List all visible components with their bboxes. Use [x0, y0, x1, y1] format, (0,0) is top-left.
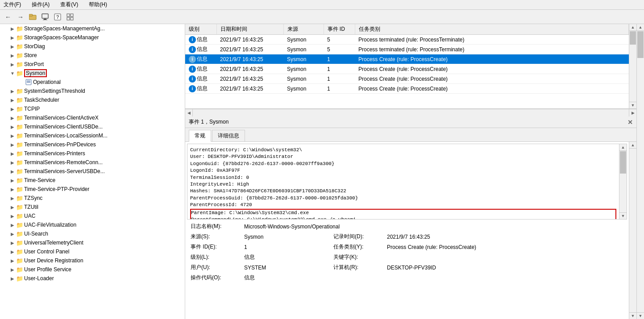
open-button[interactable] — [28, 12, 38, 22]
expand-icon: ▶ — [9, 230, 16, 237]
sidebar-label: StorDiag — [24, 43, 45, 50]
sidebar-item-storport[interactable]: ▶ 📁 StorPort — [0, 60, 185, 69]
sidebar-item-taskscheduler[interactable]: ▶ 📁 TaskScheduler — [0, 95, 185, 104]
sidebar-item-ts-localsession[interactable]: ▶ 📁 TerminalServices-LocalSessionM... — [0, 131, 185, 140]
detail-scrollbar-thumb[interactable] — [620, 151, 626, 174]
info-label: 关键字(K): — [332, 252, 385, 262]
col-datetime[interactable]: 日期和时间 — [216, 24, 283, 35]
sidebar-item-universaltelemetry[interactable]: ▶ 📁 UniversalTelemetryClient — [0, 238, 185, 247]
sidebar-item-usercontrolpanel[interactable]: ▶ 📁 User Control Panel — [0, 247, 185, 256]
folder-icon: 📁 — [16, 141, 23, 148]
table-row[interactable]: i信息 2021/9/7 16:43:25 Sysmon 5 Process t… — [185, 35, 629, 45]
id-cell: 5 — [324, 45, 355, 54]
id-cell: 1 — [324, 54, 355, 64]
expand-icon: ▶ — [9, 150, 16, 157]
sidebar-item-uac-filevirt[interactable]: ▶ 📁 UAC-FileVirtualization — [0, 220, 185, 229]
col-id[interactable]: 事件 ID — [324, 24, 355, 35]
info-label: 操作代码(O): — [189, 273, 242, 283]
close-button[interactable]: ✕ — [627, 119, 633, 126]
col-level[interactable]: 级别 — [185, 24, 216, 35]
sidebar-item-userprofileservice[interactable]: ▶ 📁 User Profile Service — [0, 265, 185, 274]
sidebar-item-userdevicereg[interactable]: ▶ 📁 User Device Registration — [0, 256, 185, 265]
menu-file[interactable]: 文件(F) — [2, 0, 23, 9]
right-panel: 级别 日期和时间 来源 事件 ID 任务类别 i信息 2021/9/7 16:4… — [185, 24, 636, 319]
computer-button[interactable] — [40, 12, 51, 22]
sidebar-item-operational[interactable]: Operational — [0, 78, 185, 87]
menu-action[interactable]: 操作(A) — [30, 0, 51, 9]
info-label: 来源(S): — [189, 232, 242, 242]
sidebar-item-ui-search[interactable]: ▶ 📁 UI-Search — [0, 229, 185, 238]
sidebar-item-tzsync[interactable]: ▶ 📁 TZSync — [0, 194, 185, 203]
table-row[interactable]: i信息 2021/9/7 16:43:25 Sysmon 1 Process C… — [185, 84, 629, 94]
expand-icon: ▶ — [9, 96, 16, 104]
sidebar-item-timeservice-ptp[interactable]: ▶ 📁 Time-Service-PTP-Provider — [0, 185, 185, 194]
sidebar-item-userloader[interactable]: ▶ 📁 User-Loader — [0, 274, 185, 283]
col-source[interactable]: 来源 — [283, 24, 324, 35]
menu-bar: 文件(F) 操作(A) 查看(V) 帮助(H) — [0, 0, 644, 10]
view-button[interactable] — [65, 12, 76, 22]
menu-help[interactable]: 帮助(H) — [87, 0, 109, 9]
info-value — [385, 252, 625, 262]
detail-vscrollbar[interactable]: ▲ ▼ — [619, 144, 627, 219]
back-button[interactable]: ← — [3, 12, 13, 22]
table-row[interactable]: i信息 2021/9/7 16:43:25 Sysmon 1 Process C… — [185, 54, 629, 64]
expand-icon: ▶ — [9, 34, 16, 41]
table-row[interactable]: i信息 2021/9/7 16:43:25 Sysmon 1 Process C… — [185, 74, 629, 84]
info-row: 来源(S): Sysmon 记录时间(D): 2021/9/7 16:43:25 — [189, 232, 625, 242]
sidebar-label: StorPort — [24, 61, 44, 67]
scrollbar-thumb[interactable] — [630, 31, 636, 45]
folder-icon: 📁 — [16, 266, 23, 273]
expand-icon: ▶ — [9, 141, 16, 148]
sidebar-item-ts-clientusb[interactable]: ▶ 📁 TerminalServices-ClientUSBDe... — [0, 122, 185, 131]
menu-view[interactable]: 查看(V) — [58, 0, 80, 9]
sidebar-item-storagemanagement[interactable]: ▶ 📁 StorageSpaces-ManagementAg... — [0, 24, 185, 33]
main-scrollbar[interactable]: ▲ ▼ — [636, 24, 644, 319]
folder-icon: 📁 — [16, 239, 23, 246]
level-text: 信息 — [197, 85, 208, 92]
datetime-cell: 2021/9/7 16:43:25 — [216, 54, 283, 64]
sidebar-item-storagespacemanager[interactable]: ▶ 📁 StorageSpaces-SpaceManager — [0, 33, 185, 42]
table-row[interactable]: i信息 2021/9/7 16:43:25 Sysmon 5 Process t… — [185, 45, 629, 54]
tab-details[interactable]: 详细信息 — [212, 130, 245, 141]
main-scrollbar-thumb[interactable] — [637, 31, 644, 58]
info-row: 用户(U): SYSTEM 计算机(R): DESKTOP-PFV39ID — [189, 262, 625, 273]
event-text-area[interactable]: CurrentDirectory: C:\Windows\system32\ U… — [187, 144, 619, 219]
sidebar-item-sysmon[interactable]: ▼ 📁 Sysmon — [0, 69, 185, 78]
sidebar-label: Sysmon — [24, 69, 47, 77]
table-scrollbar[interactable]: ▲ ▼ — [629, 24, 636, 108]
sidebar-item-ts-serverusb[interactable]: ▶ 📁 TerminalServices-ServerUSBDe... — [0, 167, 185, 176]
tab-general[interactable]: 常规 — [189, 130, 211, 142]
sidebar-item-ts-clientactivex[interactable]: ▶ 📁 TerminalServices-ClientActiveX — [0, 113, 185, 122]
outer-scrollbar[interactable]: ▲ ▼ — [629, 142, 636, 319]
detail-panel: 事件 1，Sysmon ✕ 常规 详细信息 CurrentDirectory: … — [185, 116, 636, 319]
table-row[interactable]: i信息 2021/9/7 16:43:25 Sysmon 1 Process C… — [185, 64, 629, 74]
sidebar-label: Operational — [33, 79, 61, 85]
sidebar-item-ts-pnpdevices[interactable]: ▶ 📁 TerminalServices-PnPDevices — [0, 140, 185, 149]
detail-tabs: 常规 详细信息 — [185, 128, 636, 142]
sidebar-item-systemsettings[interactable]: ▶ 📁 SystemSettingsThreshold — [0, 87, 185, 95]
sidebar-item-tzutil[interactable]: ▶ 📁 TZUtil — [0, 203, 185, 211]
sidebar-item-ts-remoteconn[interactable]: ▶ 📁 TerminalServices-RemoteConn... — [0, 158, 185, 167]
folder-icon: 📁 — [16, 70, 23, 77]
sidebar-label: UI-Search — [24, 231, 48, 237]
sidebar-item-ts-printers[interactable]: ▶ 📁 TerminalServices-Printers — [0, 149, 185, 158]
sidebar-item-stordiag[interactable]: ▶ 📁 StorDiag — [0, 42, 185, 51]
expand-icon: ▶ — [9, 203, 16, 211]
help-button[interactable]: ? — [53, 12, 63, 22]
event-table-container[interactable]: 级别 日期和时间 来源 事件 ID 任务类别 i信息 2021/9/7 16:4… — [185, 24, 636, 109]
sidebar-item-tcpip[interactable]: ▶ 📁 TCPIP — [0, 104, 185, 113]
forward-button[interactable]: → — [15, 12, 26, 22]
info-value: 1 — [242, 242, 332, 252]
folder-icon: 📁 — [16, 221, 23, 228]
svg-rect-11 — [26, 79, 31, 85]
col-task[interactable]: 任务类别 — [355, 24, 629, 35]
sidebar-label: TerminalServices-LocalSessionM... — [24, 133, 108, 139]
sidebar-item-store[interactable]: ▶ 📁 Store — [0, 51, 185, 60]
sidebar-tree[interactable]: ▶ 📁 StorageSpaces-ManagementAg... ▶ 📁 St… — [0, 24, 185, 319]
table-hscrollbar[interactable]: ◀ ▶ — [185, 109, 636, 116]
sidebar-item-uac[interactable]: ▶ 📁 UAC — [0, 211, 185, 220]
svg-rect-10 — [71, 17, 73, 20]
sidebar-item-timeservice[interactable]: ▶ 📁 Time-Service — [0, 176, 185, 185]
info-label: 级别(L): — [189, 252, 242, 262]
expand-icon: ▼ — [9, 70, 16, 77]
